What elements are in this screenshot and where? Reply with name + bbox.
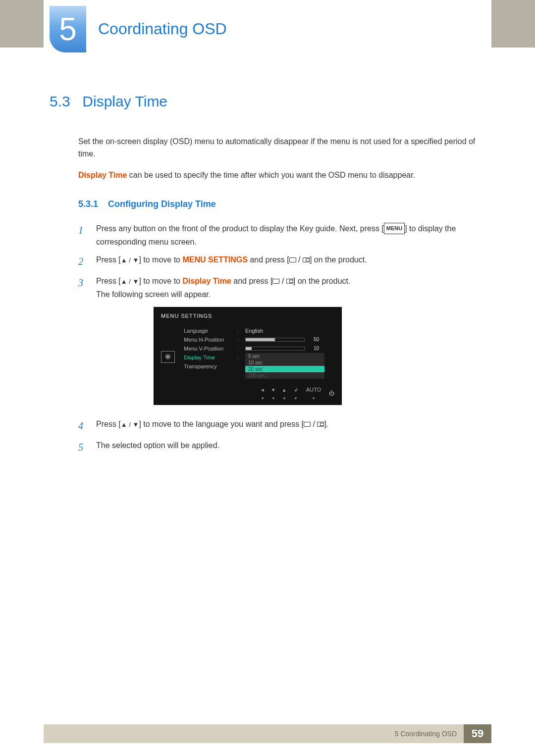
rect-icon xyxy=(289,257,296,262)
osd-opt-3: 200 sec xyxy=(245,372,324,379)
power-icon: ⏻ xyxy=(329,389,334,398)
enter-icon xyxy=(317,422,324,427)
osd-row-hpos: Menu H-Position : 50 xyxy=(184,335,334,344)
chapter-title: Coordinating OSD xyxy=(98,20,227,38)
rect-icon xyxy=(304,422,311,427)
osd-opt-2: 20 sec xyxy=(245,366,324,372)
step-1: 1 Press any button on the front of the p… xyxy=(78,222,481,249)
down-icon: ▾ xyxy=(272,385,275,394)
osd-row-language: Language : English xyxy=(184,326,334,335)
up-icon: ▴ xyxy=(283,385,286,394)
osd-screenshot: MENU SETTINGS ⊕ Language : English Menu … xyxy=(154,307,342,405)
step-4: 4 Press [▲ / ▼] to move to the language … xyxy=(78,418,481,434)
osd-footer: ◂▾ ▾▾ ▴▾ ↲▾ AUTO▾ ⏻ xyxy=(261,385,334,402)
osd-opt-1: 10 sec xyxy=(245,359,324,366)
auto-label: AUTO xyxy=(306,385,321,394)
chapter-number: 5 xyxy=(59,11,77,48)
step-3: 3 Press [▲ / ▼] to move to Display Time … xyxy=(78,275,481,413)
page-footer: 5 Coordinating OSD 59 xyxy=(44,724,491,743)
osd-vpos-fill xyxy=(246,347,252,350)
osd-vpos-bar xyxy=(245,347,305,351)
osd-hpos-bar xyxy=(245,338,305,342)
osd-row-display-time: Display Time : 5 sec 10 sec 20 sec 200 s… xyxy=(184,353,334,362)
up-down-icon: ▲ / ▼ xyxy=(121,421,139,428)
step-5: 5 The selected option will be applied. xyxy=(78,439,481,455)
rect-icon xyxy=(272,279,279,284)
subsection-heading: 5.3.1Configuring Display Time xyxy=(78,199,481,209)
osd-title: MENU SETTINGS xyxy=(154,307,341,324)
menu-key-icon: MENU xyxy=(384,223,405,234)
left-icon: ◂ xyxy=(261,385,264,394)
enter-icon xyxy=(286,279,293,284)
display-time-label: Display Time xyxy=(182,277,231,285)
footer-page-number: 59 xyxy=(464,724,491,743)
section-heading: 5.3 Display Time xyxy=(50,93,481,110)
osd-rows: Language : English Menu H-Position : 50 … xyxy=(184,326,334,371)
up-down-icon: ▲ / ▼ xyxy=(121,278,139,285)
osd-opt-0: 5 sec xyxy=(245,353,324,359)
osd-side-icon: ⊕ xyxy=(161,351,175,363)
section-number: 5.3 xyxy=(50,93,78,110)
intro-paragraph-2: Display Time can be used to specify the … xyxy=(78,169,481,182)
osd-row-vpos: Menu V-Position : 10 xyxy=(184,344,334,353)
enter-icon: ↲ xyxy=(294,385,298,394)
section-title: Display Time xyxy=(82,93,167,109)
term-display-time: Display Time xyxy=(78,171,127,179)
osd-options: 5 sec 10 sec 20 sec 200 sec xyxy=(245,353,324,379)
intro-paragraph-1: Set the on-screen display (OSD) menu to … xyxy=(78,136,481,160)
menu-settings-label: MENU SETTINGS xyxy=(182,255,248,264)
footer-chapter: 5 Coordinating OSD xyxy=(395,730,464,738)
osd-hpos-fill xyxy=(246,338,275,341)
subsection-number: 5.3.1 xyxy=(78,199,98,209)
steps-list: 1 Press any button on the front of the p… xyxy=(78,222,481,455)
up-down-icon: ▲ / ▼ xyxy=(121,256,139,264)
content-area: 5.3 Display Time Set the on-screen displ… xyxy=(50,93,481,460)
step-2: 2 Press [▲ / ▼] to move to MENU SETTINGS… xyxy=(78,253,481,270)
enter-icon xyxy=(303,257,310,262)
subsection-title: Configuring Display Time xyxy=(108,199,216,209)
chapter-badge: 5 xyxy=(50,6,86,52)
